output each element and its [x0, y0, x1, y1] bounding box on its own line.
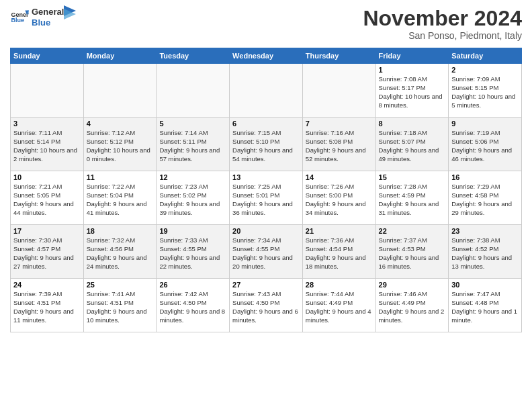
day-number: 8 [379, 120, 446, 128]
day-info: Sunrise: 7:16 AM Sunset: 5:08 PM Dayligh… [306, 129, 373, 163]
table-row: 10Sunrise: 7:21 AM Sunset: 5:05 PM Dayli… [11, 171, 84, 225]
day-number: 22 [379, 227, 446, 235]
day-info: Sunrise: 7:29 AM Sunset: 4:58 PM Dayligh… [451, 183, 519, 217]
day-number: 5 [159, 120, 226, 128]
day-number: 11 [87, 173, 154, 181]
day-number: 27 [232, 281, 300, 289]
day-number: 1 [379, 66, 446, 74]
logo-icon: General Blue [10, 8, 29, 27]
table-row: 4Sunrise: 7:12 AM Sunset: 5:12 PM Daylig… [83, 118, 157, 171]
day-number: 6 [232, 120, 300, 128]
day-info: Sunrise: 7:08 AM Sunset: 5:17 PM Dayligh… [379, 75, 446, 109]
svg-text:Blue: Blue [11, 17, 24, 24]
table-row: 21Sunrise: 7:36 AM Sunset: 4:54 PM Dayli… [302, 225, 375, 279]
calendar-week-row: 10Sunrise: 7:21 AM Sunset: 5:05 PM Dayli… [11, 171, 522, 225]
day-number: 19 [159, 227, 226, 235]
table-row [157, 64, 230, 118]
table-row: 25Sunrise: 7:41 AM Sunset: 4:51 PM Dayli… [83, 279, 157, 332]
table-row: 3Sunrise: 7:11 AM Sunset: 5:14 PM Daylig… [11, 118, 84, 171]
table-row: 30Sunrise: 7:47 AM Sunset: 4:48 PM Dayli… [449, 279, 522, 332]
table-row: 11Sunrise: 7:22 AM Sunset: 5:04 PM Dayli… [83, 171, 157, 225]
day-info: Sunrise: 7:37 AM Sunset: 4:53 PM Dayligh… [379, 236, 446, 271]
title-area: November 2024 San Ponso, Piedmont, Italy [363, 7, 522, 41]
calendar-week-row: 24Sunrise: 7:39 AM Sunset: 4:51 PM Dayli… [11, 279, 522, 332]
table-row: 22Sunrise: 7:37 AM Sunset: 4:53 PM Dayli… [375, 225, 449, 279]
calendar-week-row: 1Sunrise: 7:08 AM Sunset: 5:17 PM Daylig… [11, 64, 522, 118]
col-thursday: Thursday [302, 48, 375, 64]
day-info: Sunrise: 7:09 AM Sunset: 5:15 PM Dayligh… [451, 75, 519, 109]
day-number: 7 [306, 120, 373, 128]
day-info: Sunrise: 7:22 AM Sunset: 5:04 PM Dayligh… [87, 183, 154, 217]
header: General Blue General Blue November 2024 … [10, 7, 522, 41]
table-row: 28Sunrise: 7:44 AM Sunset: 4:49 PM Dayli… [302, 279, 375, 332]
col-tuesday: Tuesday [157, 48, 230, 64]
day-number: 15 [379, 173, 446, 181]
day-info: Sunrise: 7:11 AM Sunset: 5:14 PM Dayligh… [13, 129, 81, 163]
table-row: 13Sunrise: 7:25 AM Sunset: 5:01 PM Dayli… [230, 171, 303, 225]
table-row: 29Sunrise: 7:46 AM Sunset: 4:49 PM Dayli… [375, 279, 449, 332]
day-info: Sunrise: 7:39 AM Sunset: 4:51 PM Dayligh… [13, 290, 81, 324]
day-info: Sunrise: 7:43 AM Sunset: 4:50 PM Dayligh… [232, 290, 300, 324]
day-number: 13 [232, 173, 300, 181]
logo-flag-icon [64, 5, 76, 24]
day-number: 26 [159, 281, 226, 289]
day-number: 2 [451, 66, 519, 74]
calendar-table: Sunday Monday Tuesday Wednesday Thursday… [10, 48, 522, 332]
day-info: Sunrise: 7:18 AM Sunset: 5:07 PM Dayligh… [379, 129, 446, 163]
day-number: 28 [306, 281, 373, 289]
day-info: Sunrise: 7:47 AM Sunset: 4:48 PM Dayligh… [451, 290, 519, 324]
day-info: Sunrise: 7:44 AM Sunset: 4:49 PM Dayligh… [306, 290, 373, 324]
month-title: November 2024 [363, 7, 522, 30]
day-number: 21 [306, 227, 373, 235]
table-row: 20Sunrise: 7:34 AM Sunset: 4:55 PM Dayli… [230, 225, 303, 279]
page: General Blue General Blue November 2024 … [0, 0, 532, 411]
table-row: 2Sunrise: 7:09 AM Sunset: 5:15 PM Daylig… [449, 64, 522, 118]
calendar-week-row: 3Sunrise: 7:11 AM Sunset: 5:14 PM Daylig… [11, 118, 522, 171]
logo: General Blue General Blue [10, 7, 76, 28]
day-info: Sunrise: 7:34 AM Sunset: 4:55 PM Dayligh… [232, 236, 300, 271]
day-number: 29 [379, 281, 446, 289]
table-row: 9Sunrise: 7:19 AM Sunset: 5:06 PM Daylig… [449, 118, 522, 171]
calendar-header-row: Sunday Monday Tuesday Wednesday Thursday… [11, 48, 522, 64]
table-row: 24Sunrise: 7:39 AM Sunset: 4:51 PM Dayli… [11, 279, 84, 332]
table-row [83, 64, 157, 118]
day-number: 14 [306, 173, 373, 181]
day-number: 24 [13, 281, 81, 289]
table-row: 8Sunrise: 7:18 AM Sunset: 5:07 PM Daylig… [375, 118, 449, 171]
table-row: 12Sunrise: 7:23 AM Sunset: 5:02 PM Dayli… [157, 171, 230, 225]
table-row: 14Sunrise: 7:26 AM Sunset: 5:00 PM Dayli… [302, 171, 375, 225]
table-row: 19Sunrise: 7:33 AM Sunset: 4:55 PM Dayli… [157, 225, 230, 279]
table-row [230, 64, 303, 118]
calendar-week-row: 17Sunrise: 7:30 AM Sunset: 4:57 PM Dayli… [11, 225, 522, 279]
day-number: 12 [159, 173, 226, 181]
table-row: 18Sunrise: 7:32 AM Sunset: 4:56 PM Dayli… [83, 225, 157, 279]
day-number: 10 [13, 173, 81, 181]
col-wednesday: Wednesday [230, 48, 303, 64]
day-number: 30 [451, 281, 519, 289]
day-info: Sunrise: 7:28 AM Sunset: 4:59 PM Dayligh… [379, 183, 446, 217]
day-info: Sunrise: 7:33 AM Sunset: 4:55 PM Dayligh… [159, 236, 226, 271]
day-number: 25 [87, 281, 154, 289]
col-monday: Monday [83, 48, 157, 64]
table-row: 26Sunrise: 7:42 AM Sunset: 4:50 PM Dayli… [157, 279, 230, 332]
table-row [302, 64, 375, 118]
table-row: 7Sunrise: 7:16 AM Sunset: 5:08 PM Daylig… [302, 118, 375, 171]
col-sunday: Sunday [11, 48, 84, 64]
table-row: 6Sunrise: 7:15 AM Sunset: 5:10 PM Daylig… [230, 118, 303, 171]
day-info: Sunrise: 7:32 AM Sunset: 4:56 PM Dayligh… [87, 236, 154, 271]
table-row: 23Sunrise: 7:38 AM Sunset: 4:52 PM Dayli… [449, 225, 522, 279]
location-subtitle: San Ponso, Piedmont, Italy [363, 30, 522, 41]
day-number: 16 [451, 173, 519, 181]
day-info: Sunrise: 7:38 AM Sunset: 4:52 PM Dayligh… [451, 236, 519, 271]
day-info: Sunrise: 7:42 AM Sunset: 4:50 PM Dayligh… [159, 290, 226, 324]
day-number: 18 [87, 227, 154, 235]
day-number: 4 [87, 120, 154, 128]
day-number: 3 [13, 120, 81, 128]
day-number: 9 [451, 120, 519, 128]
table-row: 27Sunrise: 7:43 AM Sunset: 4:50 PM Dayli… [230, 279, 303, 332]
table-row [11, 64, 84, 118]
logo-general: General [32, 7, 64, 17]
logo-blue: Blue [32, 17, 64, 28]
col-saturday: Saturday [449, 48, 522, 64]
day-info: Sunrise: 7:41 AM Sunset: 4:51 PM Dayligh… [87, 290, 154, 324]
